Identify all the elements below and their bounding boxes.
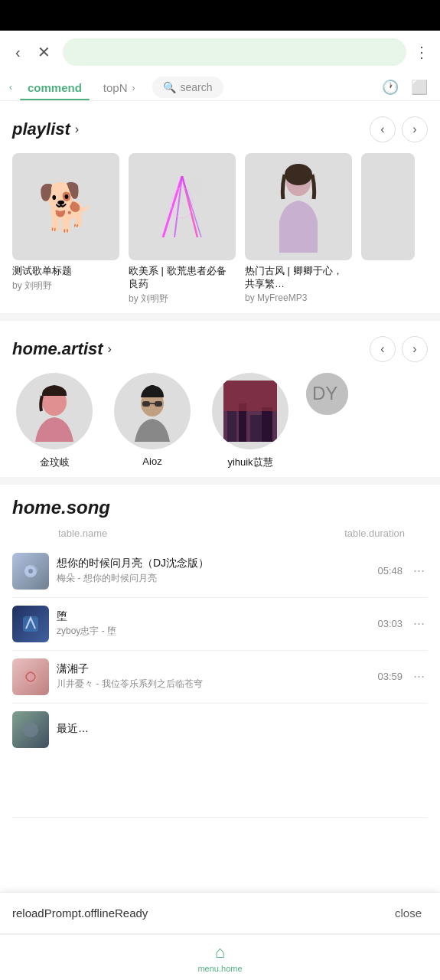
- song-thumb-4: [12, 711, 49, 748]
- svg-text:DY: DY: [312, 383, 337, 403]
- playlist-card-partial[interactable]: [361, 153, 415, 305]
- song-info-3: 潇湘子 川井憂々 - 我位苓乐系列之后临苍穹: [57, 662, 377, 691]
- song-more-3[interactable]: ···: [410, 665, 428, 688]
- svg-point-22: [28, 569, 33, 573]
- song-artist-1: 梅朵 - 想你的时候问月亮: [57, 572, 377, 585]
- offline-bar: reloadPrompt.offlineReady close: [0, 892, 440, 934]
- nav-home[interactable]: ⌂ menu.home: [197, 942, 242, 973]
- song-row[interactable]: 最近…: [12, 704, 428, 818]
- svg-line-3: [182, 176, 201, 237]
- playlist-header: playlist › ‹ ›: [12, 116, 428, 142]
- artist-card[interactable]: Aioz: [110, 373, 194, 469]
- offline-message: reloadPrompt.offlineReady: [12, 906, 389, 920]
- song-duration-1: 05:48: [377, 565, 403, 577]
- playlist-prev-button[interactable]: ‹: [370, 116, 396, 142]
- status-bar: [0, 0, 440, 31]
- svg-rect-10: [142, 401, 150, 407]
- artist-header: home.artist › ‹ ›: [12, 336, 428, 362]
- song-row[interactable]: 潇湘子 川井憂々 - 我位苓乐系列之后临苍穹 03:59 ···: [12, 651, 428, 704]
- song-name-4: 最近…: [57, 722, 428, 736]
- playlist-row: 🐕 测试歌单标题 by 刘明野: [12, 153, 428, 305]
- artist-chevron-icon: ›: [108, 342, 112, 356]
- artist-card-partial[interactable]: DY: [306, 373, 348, 469]
- artist-section: home.artist › ‹ › 金玟岐: [0, 321, 440, 477]
- main-content: playlist › ‹ › 🐕 测试歌单标题 by 刘明野: [0, 101, 440, 818]
- playlist-author-1: by 刘明野: [12, 279, 119, 292]
- song-info-1: 想你的时候问月亮（DJ沈念版） 梅朵 - 想你的时候问月亮: [57, 557, 377, 585]
- song-section-title: home.song: [12, 497, 428, 518]
- browser-bar: ‹ ✕ ⋮: [0, 31, 440, 74]
- tab-chevron-right-icon: ›: [132, 83, 135, 93]
- col-duration-header: table.duration: [344, 528, 405, 539]
- tab-commend[interactable]: commend: [20, 74, 90, 100]
- section-divider-2: [0, 477, 440, 485]
- song-row[interactable]: 想你的时候问月亮（DJ沈念版） 梅朵 - 想你的时候问月亮 05:48 ···: [12, 545, 428, 598]
- song-thumb-2: [12, 606, 49, 642]
- svg-point-24: [23, 669, 38, 684]
- playlist-title-2: 欧美系 | 歌荒患者必备良药: [129, 265, 236, 291]
- playlist-chevron-icon: ›: [75, 122, 79, 136]
- song-thumb-1: [12, 553, 49, 590]
- artist-section-title[interactable]: home.artist ›: [12, 339, 112, 359]
- playlist-cover-1: 🐕: [12, 153, 119, 260]
- bottom-nav: ⌂ menu.home: [0, 934, 440, 980]
- svg-point-9: [148, 385, 157, 394]
- history-button[interactable]: 🕐: [379, 76, 402, 99]
- svg-rect-11: [155, 401, 162, 407]
- artist-next-button[interactable]: ›: [402, 336, 428, 362]
- artist-card[interactable]: 金玟岐: [12, 373, 96, 469]
- song-more-2[interactable]: ···: [410, 612, 428, 635]
- playlist-section-title[interactable]: playlist ›: [12, 119, 79, 139]
- song-more-1[interactable]: ···: [410, 560, 428, 582]
- artist-avatar-2: [114, 373, 191, 449]
- nav-home-label: menu.home: [197, 964, 242, 973]
- song-row[interactable]: 堕 zyboy忠宇 - 堕 03:03 ···: [12, 598, 428, 651]
- tab-bar: ‹ commend topN › 🔍 search 🕐 ⬜: [0, 74, 440, 101]
- artist-prev-button[interactable]: ‹: [370, 336, 396, 362]
- playlist-card[interactable]: 🐕 测试歌单标题 by 刘明野: [12, 153, 119, 305]
- artist-name-2: Aioz: [142, 456, 161, 467]
- playlist-cover-3: [245, 153, 352, 260]
- artist-avatar-3: [212, 373, 288, 449]
- svg-point-25: [23, 722, 38, 737]
- song-name-1: 想你的时候问月亮（DJ沈念版）: [57, 557, 377, 570]
- search-icon: 🔍: [163, 81, 176, 93]
- girl-image: [245, 153, 352, 260]
- playlist-card[interactable]: 欧美系 | 歌荒患者必备良药 by 刘明野: [129, 153, 236, 305]
- playlist-section: playlist › ‹ › 🐕 测试歌单标题 by 刘明野: [0, 101, 440, 313]
- svg-rect-17: [262, 407, 272, 442]
- search-button[interactable]: 🔍 search: [152, 77, 223, 98]
- display-icon: ⬜: [411, 80, 428, 95]
- svg-rect-18: [223, 381, 277, 411]
- dog-image: 🐕: [12, 153, 119, 260]
- back-button[interactable]: ‹: [11, 41, 25, 64]
- svg-rect-14: [227, 411, 236, 442]
- song-info-4: 最近…: [57, 722, 428, 737]
- playlist-title-1: 测试歌单标题: [12, 265, 119, 278]
- playlist-author-2: by 刘明野: [129, 292, 236, 305]
- history-icon: 🕐: [382, 80, 399, 95]
- svg-line-0: [163, 176, 182, 237]
- playlist-cover-2: [129, 153, 236, 260]
- url-bar[interactable]: [63, 38, 406, 66]
- artist-avatar-4: DY: [306, 373, 348, 415]
- close-tab-button[interactable]: ✕: [33, 40, 55, 64]
- section-divider-1: [0, 313, 440, 321]
- tab-icon-buttons: 🕐 ⬜: [379, 76, 431, 99]
- song-table-header: table.name table.duration: [12, 524, 428, 545]
- artist-card[interactable]: yihuik苡慧: [208, 373, 292, 469]
- tab-topn[interactable]: topN ›: [96, 74, 143, 100]
- playlist-card[interactable]: 热门古风 | 卿卿于心，共享繁… by MyFreeMP3: [245, 153, 352, 305]
- home-icon: ⌂: [215, 942, 225, 962]
- offline-close-button[interactable]: close: [389, 903, 428, 923]
- col-name-header: table.name: [58, 528, 344, 539]
- svg-point-6: [285, 164, 312, 185]
- more-button[interactable]: ⋮: [414, 43, 429, 61]
- display-button[interactable]: ⬜: [408, 76, 431, 99]
- song-name-2: 堕: [57, 609, 377, 623]
- playlist-next-button[interactable]: ›: [402, 116, 428, 142]
- song-artist-3: 川井憂々 - 我位苓乐系列之后临苍穹: [57, 678, 377, 691]
- playlist-author-3: by MyFreeMP3: [245, 292, 352, 303]
- song-duration-2: 03:03: [377, 618, 403, 629]
- artist-name-1: 金玟岐: [40, 456, 70, 469]
